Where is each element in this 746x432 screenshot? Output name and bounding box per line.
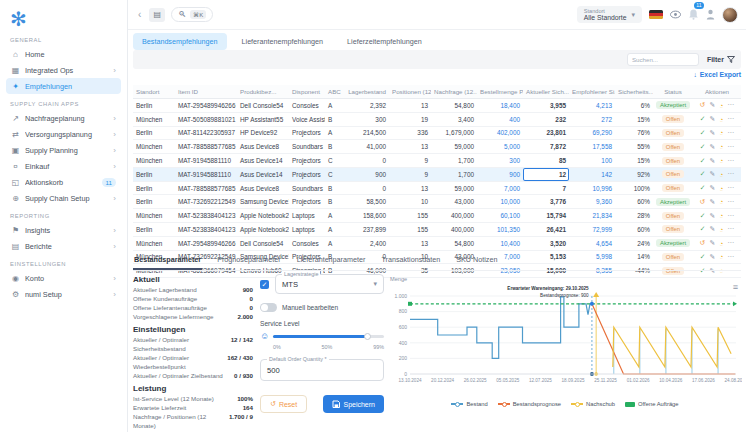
- filter-button[interactable]: Filter: [707, 56, 735, 63]
- table-row[interactable]: BerlinMAT-295489946266Dell Console54Cons…: [133, 99, 741, 113]
- column-header[interactable]: Bestellmenge P...: [477, 85, 523, 99]
- accept-check-icon[interactable]: ✓: [700, 225, 706, 233]
- column-header[interactable]: Nachfrage (12...: [431, 85, 477, 99]
- more-options-icon[interactable]: ⋯: [727, 101, 734, 109]
- edit-pencil-icon[interactable]: ✎: [710, 129, 716, 137]
- detail-tab-lieferantenparameter[interactable]: Lieferantenparameter: [296, 252, 367, 270]
- history-clock-icon[interactable]: ◔: [719, 240, 723, 247]
- save-button[interactable]: Speichern: [323, 395, 384, 413]
- reset-button[interactable]: ↺ Reset: [260, 395, 307, 413]
- sidebar-item-berichte[interactable]: ▤Berichte›: [6, 238, 121, 254]
- chart-menu-icon[interactable]: ≡: [733, 282, 738, 292]
- more-options-icon[interactable]: ⋯: [727, 170, 734, 178]
- table-row[interactable]: MünchenMAT-91945881110Asus Device14Proje…: [133, 154, 741, 168]
- history-clock-icon[interactable]: ◔: [719, 143, 723, 150]
- sidebar-item-home[interactable]: ⌂Home: [6, 46, 121, 62]
- sidebar-item-versorgungsplanung[interactable]: ⇄Versorgungsplanung›: [6, 126, 121, 142]
- table-row[interactable]: MünchenMAT-788588577685Asus Device8Sound…: [133, 140, 741, 154]
- column-header[interactable]: ABC: [325, 85, 345, 99]
- edit-pencil-icon[interactable]: ✎: [710, 157, 716, 165]
- eye-icon[interactable]: [670, 10, 681, 19]
- manual-edit-toggle[interactable]: [260, 303, 277, 312]
- column-header[interactable]: Aktionen: [693, 85, 741, 99]
- column-header[interactable]: Aktueller Sich...: [523, 85, 569, 99]
- more-options-icon[interactable]: ⋯: [727, 129, 734, 137]
- sidebar-item-einkauf[interactable]: ¤Einkauf›: [6, 158, 121, 174]
- sidebar-item-supply-chain-setup[interactable]: ⊕Supply Chain Setup›: [6, 190, 121, 206]
- sidebar-item-insights[interactable]: ⚑Insights›: [6, 222, 121, 238]
- tab-lieferantenempfehlungen[interactable]: Lieferantenempfehlungen: [233, 33, 333, 50]
- more-options-icon[interactable]: ⋯: [727, 157, 734, 165]
- accept-check-icon[interactable]: ✓: [700, 170, 706, 178]
- docs-icon[interactable]: ▤: [149, 8, 165, 22]
- excel-export-button[interactable]: ↓ Excel Export: [693, 71, 741, 78]
- tab-lieferzeitempfehlungen[interactable]: Lieferzeitempfehlungen: [338, 33, 431, 50]
- tab-bestandsempfehlungen[interactable]: Bestandsempfehlungen: [133, 33, 227, 50]
- history-clock-icon[interactable]: ◔: [719, 171, 723, 178]
- sidebar-item-nachfrageplanung[interactable]: ↗Nachfrageplanung›: [6, 110, 121, 126]
- avatar[interactable]: [722, 7, 738, 23]
- sidebar-item-supply-planning[interactable]: ▣Supply Planning›: [6, 142, 121, 158]
- undo-icon[interactable]: ↺: [700, 198, 706, 206]
- column-header[interactable]: Sicherheits...: [615, 85, 653, 99]
- more-options-icon[interactable]: ⋯: [727, 239, 734, 247]
- edit-pencil-icon[interactable]: ✎: [710, 212, 716, 220]
- history-clock-icon[interactable]: ◔: [719, 185, 723, 192]
- order-quantity-field[interactable]: Default Order Quantity * 500: [260, 359, 384, 381]
- accept-check-icon[interactable]: ✓: [700, 157, 706, 165]
- location-selector[interactable]: Standort Alle Standorte ▾: [577, 6, 642, 24]
- edit-pencil-icon[interactable]: ✎: [710, 198, 716, 206]
- edit-pencil-icon[interactable]: ✎: [710, 143, 716, 151]
- column-header[interactable]: Empfohlener Si...: [569, 85, 615, 99]
- more-options-icon[interactable]: ⋯: [727, 115, 734, 123]
- column-header[interactable]: Produktbez...: [237, 85, 289, 99]
- search-input[interactable]: [627, 53, 699, 66]
- table-row[interactable]: BerlinMAT-788588577685Asus Device8Soundb…: [133, 181, 741, 195]
- edit-pencil-icon[interactable]: ✎: [710, 239, 716, 247]
- column-header[interactable]: Item ID: [175, 85, 237, 99]
- more-options-icon[interactable]: ⋯: [727, 184, 734, 192]
- history-clock-icon[interactable]: ◔: [719, 226, 723, 233]
- table-row[interactable]: BerlinMAT-732692212549Samsung Device1Pro…: [133, 195, 741, 209]
- history-clock-icon[interactable]: ◔: [719, 157, 723, 164]
- sidebar-item-konto[interactable]: ◉Konto›: [6, 270, 121, 286]
- edit-pencil-icon[interactable]: ✎: [710, 101, 716, 109]
- table-row[interactable]: MünchenMAT-523838404123Apple Notebook2La…: [133, 209, 741, 223]
- more-options-icon[interactable]: ⋯: [727, 198, 734, 206]
- edit-pencil-icon[interactable]: ✎: [710, 184, 716, 192]
- strategy-checkbox[interactable]: ✓: [260, 280, 269, 289]
- legend-item[interactable]: Bestandsprognose: [498, 401, 561, 407]
- legend-item[interactable]: Offene Aufträge: [625, 401, 679, 407]
- history-clock-icon[interactable]: ◔: [719, 198, 723, 205]
- table-row[interactable]: BerlinMAT-523838404123Apple Notebook2Lap…: [133, 223, 741, 237]
- table-row[interactable]: MünchenMAT-295489946266Dell Console54Con…: [133, 236, 741, 250]
- edit-pencil-icon[interactable]: ✎: [710, 115, 716, 123]
- sidebar-item-empfehlungen[interactable]: ✦Empfehlungen: [6, 78, 121, 94]
- strategy-select[interactable]: Lagerstrategie MTS ▾: [275, 274, 384, 294]
- column-header[interactable]: Positionen (12...: [389, 85, 431, 99]
- user-icon[interactable]: [706, 9, 715, 20]
- column-header[interactable]: Lagerbestand: [345, 85, 389, 99]
- table-row[interactable]: MünchenMAT-505089881021HP Assistant55Voi…: [133, 112, 741, 126]
- history-clock-icon[interactable]: ◔: [719, 116, 723, 123]
- more-options-icon[interactable]: ⋯: [727, 225, 734, 233]
- sidebar-item-numi-setup[interactable]: ⚙numi Setup›: [6, 286, 121, 302]
- accept-check-icon[interactable]: ✓: [700, 184, 706, 192]
- table-row[interactable]: BerlinMAT-91945881110Asus Device14Projec…: [133, 167, 741, 181]
- undo-icon[interactable]: ↺: [700, 239, 706, 247]
- sidebar-item-aktionskorb[interactable]: ◱Aktionskorb11: [6, 174, 121, 190]
- notifications-button[interactable]: 11: [688, 6, 699, 24]
- detail-tab-transaktionsdaten[interactable]: Transaktionsdaten: [380, 252, 441, 270]
- accept-check-icon[interactable]: ✓: [700, 129, 706, 137]
- sidebar-item-integrated-ops[interactable]: ▦Integrated Ops›: [6, 62, 121, 78]
- accept-check-icon[interactable]: ✓: [700, 212, 706, 220]
- more-options-icon[interactable]: ⋯: [727, 212, 734, 220]
- legend-item[interactable]: Nachschub: [571, 401, 615, 407]
- column-header[interactable]: Disponent: [289, 85, 325, 99]
- service-level-slider[interactable]: [273, 335, 384, 338]
- edit-pencil-icon[interactable]: ✎: [710, 225, 716, 233]
- global-search[interactable]: 🔍︎ ⌘K: [171, 7, 213, 22]
- more-options-icon[interactable]: ⋯: [727, 143, 734, 151]
- column-header[interactable]: Status: [653, 85, 693, 99]
- collapse-sidebar-icon[interactable]: ‹: [136, 9, 143, 20]
